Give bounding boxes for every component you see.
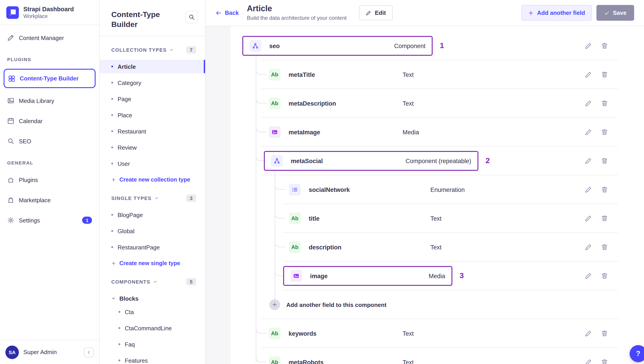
field-row-socialNetwork[interactable]: socialNetwork Enumeration (206, 175, 644, 204)
field-row-metaTitle[interactable]: Ab metaTitle Text (206, 60, 644, 89)
sidebar-item-settings[interactable]: Settings 1 (4, 213, 96, 228)
media-field-icon (269, 126, 280, 138)
subnav-item-user[interactable]: User (111, 157, 196, 170)
delete-field-button[interactable] (601, 42, 608, 49)
subnav-item-restaurantpage[interactable]: RestaurantPage (111, 240, 196, 254)
subnav-item-place[interactable]: Place (111, 108, 196, 122)
bullet-icon (118, 311, 120, 313)
fields-list: seo Component 1 Ab metaTitle Text (206, 26, 644, 364)
field-row-metaDescription[interactable]: Ab metaDescription Text (206, 89, 644, 118)
divider (0, 25, 99, 25)
edit-field-button[interactable] (585, 244, 592, 251)
sidebar-item-media-library[interactable]: Media Library (4, 93, 96, 108)
components-header[interactable]: COMPONENTS 5 (111, 278, 196, 285)
component-group-blocks[interactable]: Blocks (111, 292, 196, 305)
subnav-item-restaurant[interactable]: Restaurant (111, 124, 196, 138)
add-field-to-component-row: Add another field to this component (206, 290, 644, 319)
user-name: Super Admin (23, 349, 57, 355)
text-field-icon: Ab (269, 69, 280, 80)
edit-field-button[interactable] (585, 358, 592, 364)
sidebar-item-label: Settings (19, 217, 40, 224)
tree-connector (256, 327, 266, 333)
content-type-builder-panel: Content-Type Builder COLLECTION TYPES 7 … (100, 0, 206, 364)
collapse-sidebar-button[interactable] (84, 347, 94, 357)
subnav-item-article[interactable]: Article (100, 60, 205, 73)
sidebar-item-seo[interactable]: SEO (4, 133, 96, 149)
collection-types-header[interactable]: COLLECTION TYPES 7 (111, 46, 196, 54)
sidebar-item-marketplace[interactable]: Marketplace (4, 192, 96, 208)
text-field-icon: Ab (269, 328, 280, 339)
edit-field-button[interactable] (585, 71, 592, 78)
subnav-item-features[interactable]: Features (118, 354, 196, 364)
bullet-icon (118, 359, 120, 361)
single-types-header[interactable]: SINGLE TYPES 3 (111, 195, 196, 202)
edit-field-button[interactable] (585, 128, 592, 136)
sidebar-item-label: SEO (19, 138, 31, 144)
edit-button[interactable]: Edit (359, 6, 392, 20)
subnav-item-category[interactable]: Category (111, 76, 196, 89)
edit-field-button[interactable] (585, 215, 592, 222)
delete-field-button[interactable] (601, 157, 608, 164)
field-name: image (310, 273, 328, 279)
subnav-item-blogpage[interactable]: BlogPage (111, 208, 196, 222)
delete-field-button[interactable] (601, 244, 608, 251)
save-button[interactable]: Save (596, 5, 634, 21)
field-row-title[interactable]: Ab title Text (206, 204, 644, 233)
field-row-metaSocial[interactable]: metaSocial Component (repeatable) 2 (206, 146, 644, 175)
edit-field-button[interactable] (585, 272, 592, 280)
field-row-metaImage[interactable]: metaImage Media (206, 118, 644, 146)
back-link[interactable]: Back (216, 10, 239, 16)
edit-field-button[interactable] (585, 42, 592, 49)
add-field-button[interactable] (269, 299, 280, 310)
sidebar-item-calendar[interactable]: Calendar (4, 113, 96, 128)
search-button[interactable] (185, 11, 198, 23)
delete-field-button[interactable] (601, 128, 608, 136)
delete-field-button[interactable] (601, 330, 608, 337)
field-row-metaRobots[interactable]: Ab metaRobots Text (206, 348, 644, 364)
annotation-1: 1 (440, 41, 444, 50)
field-row-image[interactable]: image Media 3 (206, 262, 644, 290)
subnav-item-global[interactable]: Global (111, 224, 196, 238)
avatar[interactable]: SA (6, 345, 19, 359)
edit-field-button[interactable] (585, 330, 592, 337)
field-row-description[interactable]: Ab description Text (206, 233, 644, 262)
tree-connector (275, 183, 286, 190)
field-row-keywords[interactable]: Ab keywords Text (206, 319, 644, 348)
edit-field-button[interactable] (585, 100, 592, 107)
sidebar-item-content-type-builder[interactable]: Content-Type Builder (4, 69, 96, 88)
add-field-label[interactable]: Add another field to this component (286, 301, 386, 308)
delete-field-button[interactable] (601, 100, 608, 107)
delete-field-button[interactable] (601, 71, 608, 78)
delete-field-button[interactable] (601, 358, 608, 364)
delete-field-button[interactable] (601, 272, 608, 280)
sidebar-item-content-manager[interactable]: Content Manager (4, 30, 96, 45)
tree-connector (256, 97, 266, 103)
subnav-item-faq[interactable]: Faq (118, 337, 196, 351)
calendar-icon (7, 117, 14, 124)
create-single-type-link[interactable]: Create new single type (111, 257, 196, 270)
collection-types-count: 7 (186, 46, 196, 54)
field-type: Text (430, 244, 442, 251)
edit-field-button[interactable] (585, 157, 592, 164)
subnav-item-review[interactable]: Review (111, 141, 196, 154)
create-collection-type-link[interactable]: Create new collection type (111, 173, 196, 187)
subnav-item-page[interactable]: Page (111, 92, 196, 106)
layout-grid-icon (8, 75, 15, 82)
field-type: Enumeration (430, 186, 465, 193)
puzzle-icon (7, 176, 14, 183)
field-row-seo[interactable]: seo Component 1 (206, 32, 644, 60)
bullet-icon (111, 246, 113, 248)
sidebar-item-plugins[interactable]: Plugins (4, 172, 96, 188)
edit-field-button[interactable] (585, 186, 592, 193)
delete-field-button[interactable] (601, 215, 608, 222)
page-header: Back Article Build the data architecture… (206, 0, 644, 26)
workspace-switcher[interactable]: Strapi Dashboard Workplace (0, 0, 99, 25)
field-name: metaTitle (288, 71, 402, 78)
component-field-icon (271, 155, 283, 167)
delete-field-button[interactable] (601, 186, 608, 193)
bullet-icon (111, 82, 113, 84)
subnav-item-ctacommandline[interactable]: CtaCommandLine (118, 321, 196, 335)
workspace-title: Strapi Dashboard (23, 6, 74, 13)
add-another-field-button[interactable]: Add another field (521, 5, 592, 21)
subnav-item-cta[interactable]: Cta (118, 305, 196, 319)
